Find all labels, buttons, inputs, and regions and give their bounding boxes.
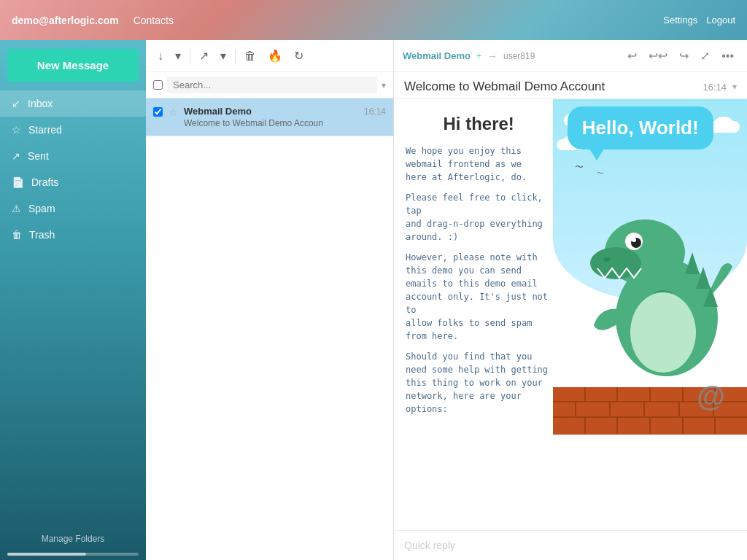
email-subject-title: Welcome to Webmail Demo Account	[404, 79, 605, 94]
cloud-3b	[713, 117, 734, 133]
user-email: demo@afterlogic.com	[12, 15, 119, 26]
sidebar-label-spam: Spam	[28, 203, 55, 214]
email-date: 16:14	[703, 82, 727, 93]
email-content: Webmail Demo 16:14 Welcome to Webmail De…	[184, 106, 386, 128]
delete-icon: 🗑	[244, 50, 256, 63]
email-star-icon[interactable]: ☆	[169, 106, 178, 118]
email-para-2: Please feel free to click, tap and drag-…	[406, 191, 551, 244]
email-subject-bar: Welcome to Webmail Demo Account 16:14 ▾	[394, 72, 747, 99]
from-name[interactable]: Webmail Demo	[403, 50, 471, 61]
select-all-checkbox[interactable]	[153, 80, 163, 90]
sidebar-item-inbox[interactable]: ↙ Inbox	[0, 90, 146, 117]
sidebar-label-sent: Sent	[28, 150, 49, 162]
sidebar-item-trash[interactable]: 🗑 Trash	[0, 222, 146, 248]
get-mail-dropdown-button[interactable]: ▾	[171, 46, 185, 66]
email-view-header: Webmail Demo + → user819 ↩ ↩↩ ↪ ⤢ •••	[394, 40, 747, 72]
email-checkbox[interactable]	[153, 107, 163, 117]
email-body-scroll[interactable]: Hi there! We hope you enjoy this webmail…	[394, 99, 747, 530]
email-illustration: Hi there! We hope you enjoy this webmail…	[394, 99, 747, 435]
sidebar-item-spam[interactable]: ⚠ Spam	[0, 195, 146, 222]
open-external-button[interactable]: ⤢	[696, 46, 714, 66]
trash-icon: 🗑	[12, 229, 22, 241]
svg-point-10	[630, 292, 696, 373]
sidebar-scrollbar[interactable]	[7, 553, 139, 556]
svg-point-6	[603, 257, 611, 262]
main-area: New Message ↙ Inbox ☆ Starred ↗ Sent 📄 D…	[0, 40, 747, 560]
quick-reply-bar[interactable]: Quick reply	[394, 530, 747, 560]
email-list-toolbar: ↓ ▾ ↗ ▾ 🗑 🔥 ↻	[146, 40, 393, 72]
settings-button[interactable]: Settings	[663, 15, 697, 26]
email-expand-icon[interactable]: ▾	[732, 82, 737, 92]
move-icon: ↗	[199, 49, 209, 63]
reply-button[interactable]: ↩	[623, 46, 641, 66]
new-message-button[interactable]: New Message	[7, 49, 139, 82]
email-para-3: However, please note with this demo you …	[406, 251, 551, 343]
svg-point-2	[590, 247, 641, 279]
email-list-panel: ↓ ▾ ↗ ▾ 🗑 🔥 ↻ ▾	[146, 40, 394, 560]
add-contact-icon[interactable]: +	[476, 51, 481, 61]
header-right: Settings Logout	[663, 15, 735, 26]
email-time: 16:14	[364, 106, 386, 117]
email-subject-preview: Welcome to Webmail Demo Accoun	[184, 118, 386, 128]
email-greeting: Hi there!	[406, 114, 551, 134]
sidebar-item-sent[interactable]: ↗ Sent	[0, 143, 146, 169]
toolbar-separator-2	[235, 49, 236, 63]
speech-bubble-text: Hello, World!	[582, 117, 699, 139]
sidebar-nav: ↙ Inbox ☆ Starred ↗ Sent 📄 Drafts ⚠ Spam…	[0, 90, 146, 526]
dino-svg	[557, 172, 747, 391]
reply-all-button[interactable]: ↩↩	[644, 46, 672, 66]
refresh-button[interactable]: ↻	[290, 46, 308, 66]
get-mail-icon: ↓	[158, 50, 163, 63]
move-dropdown-icon: ▾	[220, 49, 226, 63]
flag-button[interactable]: 🔥	[263, 46, 287, 66]
inbox-icon: ↙	[12, 98, 20, 109]
delete-button[interactable]: 🗑	[240, 47, 260, 66]
sidebar-label-drafts: Drafts	[31, 176, 58, 188]
email-para-1: We hope you enjoy this webmail frontend …	[406, 144, 551, 184]
search-dropdown-icon[interactable]: ▾	[382, 80, 386, 90]
starred-icon: ☆	[12, 124, 21, 136]
speech-bubble: Hello, World!	[568, 106, 713, 149]
sidebar-item-starred[interactable]: ☆ Starred	[0, 117, 146, 143]
move-dropdown-button[interactable]: ▾	[216, 46, 231, 66]
email-para-4: Should you find that you need some help …	[406, 350, 551, 416]
view-toolbar: ↩ ↩↩ ↪ ⤢ •••	[623, 46, 738, 66]
toolbar-separator-1	[190, 49, 190, 63]
email-sender: Webmail Demo	[184, 106, 252, 117]
refresh-icon: ↻	[294, 49, 303, 63]
more-button[interactable]: •••	[717, 47, 738, 66]
at-sign: @	[697, 380, 725, 413]
move-button[interactable]: ↗	[195, 46, 213, 66]
search-row: ▾	[146, 72, 393, 98]
sidebar-label-starred: Starred	[28, 124, 62, 136]
manage-folders-link[interactable]: Manage Folders	[0, 526, 146, 553]
sidebar: New Message ↙ Inbox ☆ Starred ↗ Sent 📄 D…	[0, 40, 146, 560]
svg-point-5	[632, 238, 636, 242]
spam-icon: ⚠	[12, 203, 21, 214]
arrow-icon: →	[487, 50, 498, 62]
search-input[interactable]	[167, 77, 377, 93]
email-body: Hi there! We hope you enjoy this webmail…	[394, 99, 747, 435]
svg-marker-11	[685, 252, 700, 274]
to-address: user819	[503, 51, 535, 61]
quick-reply-label: Quick reply	[404, 540, 455, 551]
email-dino-area: 〜 〜 Hello, World!	[553, 99, 747, 435]
email-view-panel: Webmail Demo + → user819 ↩ ↩↩ ↪ ⤢ ••• We…	[394, 40, 747, 560]
sent-icon: ↗	[12, 150, 20, 162]
get-mail-button[interactable]: ↓	[153, 47, 168, 66]
flag-icon: 🔥	[268, 49, 282, 63]
drafts-icon: 📄	[12, 176, 24, 188]
sidebar-scrollbar-thumb	[7, 553, 86, 556]
logout-button[interactable]: Logout	[706, 15, 735, 26]
email-item[interactable]: ☆ Webmail Demo 16:14 Welcome to Webmail …	[146, 98, 393, 136]
sidebar-label-trash: Trash	[29, 229, 55, 241]
header-left: demo@afterlogic.com Contacts	[12, 15, 174, 26]
get-mail-dropdown-icon: ▾	[175, 49, 181, 63]
forward-button[interactable]: ↪	[675, 46, 693, 66]
contacts-link[interactable]: Contacts	[133, 15, 174, 26]
email-text-area: Hi there! We hope you enjoy this webmail…	[394, 99, 563, 435]
sidebar-item-drafts[interactable]: 📄 Drafts	[0, 169, 146, 195]
sidebar-label-inbox: Inbox	[28, 98, 53, 109]
app-header: demo@afterlogic.com Contacts Settings Lo…	[0, 0, 747, 40]
